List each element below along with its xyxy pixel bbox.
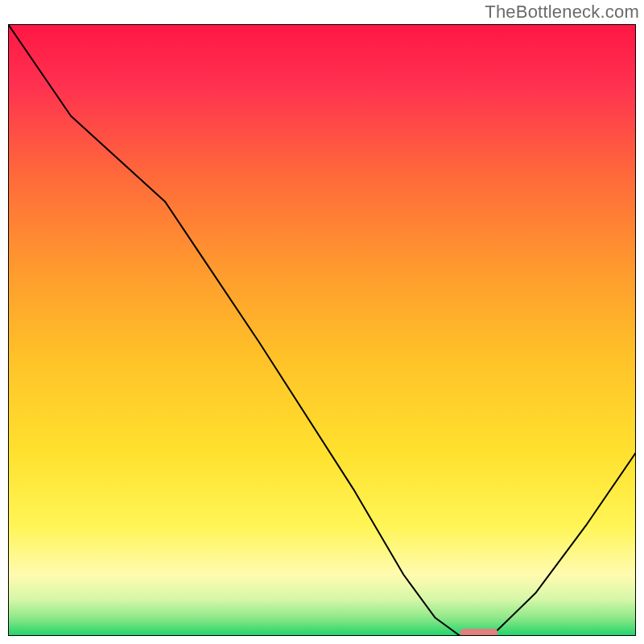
gradient-background: [8, 24, 636, 636]
chart-frame: TheBottleneck.com: [0, 0, 644, 644]
watermark-text: TheBottleneck.com: [485, 2, 639, 23]
plot-area: [8, 24, 636, 636]
optimal-marker: [460, 629, 498, 636]
marker-layer: [460, 629, 498, 636]
bottleneck-chart: [8, 24, 636, 636]
